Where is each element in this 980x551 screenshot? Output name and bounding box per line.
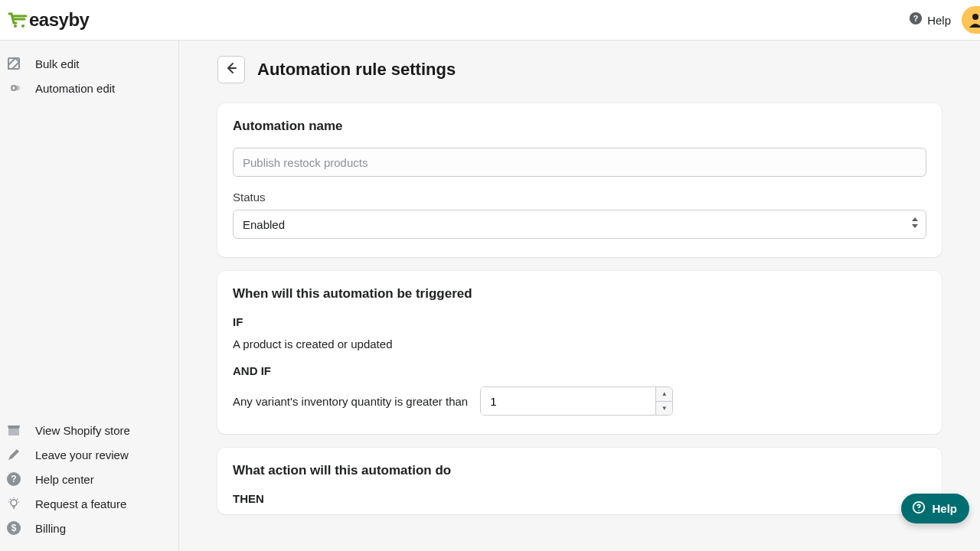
help-label: Help bbox=[927, 14, 951, 27]
page-header: Automation rule settings bbox=[217, 56, 968, 83]
action-card: What action will this automation do THEN bbox=[217, 448, 942, 514]
quantity-input[interactable] bbox=[481, 387, 655, 415]
svg-point-8 bbox=[11, 500, 17, 506]
sidebar-item-label: Automation edit bbox=[35, 82, 115, 95]
sidebar-item-automation-edit[interactable]: Automation edit bbox=[0, 76, 178, 100]
sidebar-item-billing[interactable]: $ Billing bbox=[0, 516, 178, 540]
help-icon bbox=[912, 500, 926, 517]
sidebar-item-label: Request a feature bbox=[35, 497, 126, 510]
status-select[interactable]: Enabled bbox=[233, 210, 926, 239]
sidebar-item-help-center[interactable]: ? Help center bbox=[0, 467, 178, 491]
sidebar-top-nav: Bulk edit Automation edit bbox=[0, 51, 178, 100]
card-title: When will this automation be triggered bbox=[233, 286, 926, 302]
automation-name-card: Automation name Status Enabled bbox=[217, 103, 942, 257]
help-fab-label: Help bbox=[932, 502, 957, 515]
then-label: THEN bbox=[233, 492, 926, 505]
card-title: Automation name bbox=[233, 119, 926, 134]
status-label: Status bbox=[233, 191, 926, 204]
gear-icon bbox=[6, 80, 21, 96]
pencil-icon bbox=[6, 447, 21, 462]
sidebar-item-label: Help center bbox=[35, 473, 94, 486]
svg-text:?: ? bbox=[11, 474, 16, 484]
automation-name-input[interactable] bbox=[233, 148, 926, 177]
main-content: Automation rule settings Automation name… bbox=[179, 41, 980, 551]
stepper-buttons: ▲ ▼ bbox=[655, 387, 672, 415]
if-condition-text: A product is created or updated bbox=[233, 337, 926, 350]
caret-down-icon: ▼ bbox=[662, 405, 668, 412]
if-label: IF bbox=[233, 315, 926, 328]
page-title: Automation rule settings bbox=[257, 60, 456, 80]
edit-icon bbox=[6, 56, 21, 71]
back-button[interactable] bbox=[217, 56, 245, 83]
and-if-row: Any variant's inventory quantity is grea… bbox=[233, 386, 926, 416]
card-title: What action will this automation do bbox=[233, 463, 926, 478]
stepper-down-button[interactable]: ▼ bbox=[656, 402, 672, 416]
caret-up-icon: ▲ bbox=[662, 390, 668, 397]
quantity-stepper[interactable]: ▲ ▼ bbox=[480, 386, 673, 416]
stepper-up-button[interactable]: ▲ bbox=[656, 387, 672, 402]
arrow-left-icon bbox=[224, 60, 239, 79]
and-if-label: AND IF bbox=[233, 364, 926, 377]
question-icon: ? bbox=[6, 471, 21, 487]
sidebar-item-bulk-edit[interactable]: Bulk edit bbox=[0, 51, 178, 76]
sidebar-item-label: Bulk edit bbox=[35, 57, 80, 70]
sidebar-item-label: Leave your review bbox=[35, 448, 129, 461]
svg-text:$: $ bbox=[11, 523, 17, 533]
sidebar-item-label: View Shopify store bbox=[35, 424, 130, 437]
avatar[interactable] bbox=[962, 6, 980, 34]
brand-name: easyby bbox=[29, 9, 89, 31]
sidebar-item-label: Billing bbox=[35, 522, 66, 535]
svg-point-1 bbox=[21, 24, 24, 28]
sidebar-item-view-store[interactable]: View Shopify store bbox=[0, 418, 178, 442]
svg-point-4 bbox=[972, 14, 978, 20]
help-link[interactable]: ? Help bbox=[909, 11, 951, 28]
topbar: easyby ? Help bbox=[0, 0, 980, 41]
cart-icon bbox=[8, 11, 28, 29]
svg-point-0 bbox=[14, 24, 17, 28]
and-if-condition-text: Any variant's inventory quantity is grea… bbox=[233, 395, 468, 408]
brand-logo[interactable]: easyby bbox=[8, 9, 89, 31]
store-icon bbox=[6, 422, 21, 438]
sidebar-item-request-feature[interactable]: Request a feature bbox=[0, 491, 178, 516]
sidebar-item-leave-review[interactable]: Leave your review bbox=[0, 442, 178, 467]
dollar-icon: $ bbox=[6, 520, 21, 536]
lightbulb-icon bbox=[6, 496, 21, 511]
sidebar: Bulk edit Automation edit View Shopify s… bbox=[0, 41, 179, 551]
svg-point-12 bbox=[919, 510, 920, 510]
help-icon: ? bbox=[909, 11, 923, 28]
sidebar-bottom-nav: View Shopify store Leave your review ? H… bbox=[0, 418, 178, 540]
topbar-right: ? Help bbox=[909, 6, 980, 34]
svg-text:?: ? bbox=[913, 14, 919, 23]
help-fab[interactable]: Help bbox=[901, 494, 969, 523]
trigger-card: When will this automation be triggered I… bbox=[217, 271, 942, 434]
